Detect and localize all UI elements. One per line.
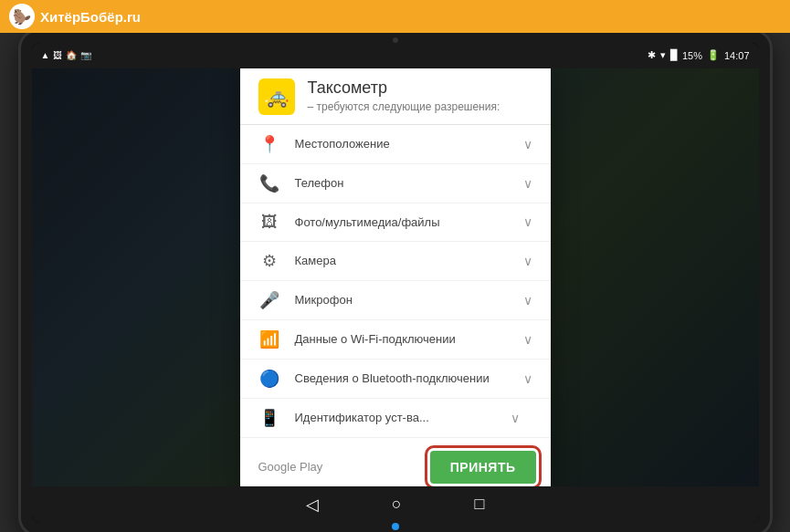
home-nav-button[interactable]: ○ xyxy=(392,495,402,514)
device-icon: 📱 xyxy=(258,408,280,428)
site-name: ХитёрБобёр.ru xyxy=(40,9,141,25)
battery-icon: 🔋 xyxy=(707,49,720,61)
phone-icon: 📞 xyxy=(258,173,280,193)
permission-label-6: Сведения о Bluetooth-подключении xyxy=(295,371,509,385)
chevron-icon-0: ∨ xyxy=(523,137,532,151)
app-icon: 🚕 xyxy=(258,78,295,115)
permission-location[interactable]: 📍 Местоположение ∨ xyxy=(240,125,551,164)
google-play-label: Google Play xyxy=(258,460,323,474)
status-icons-right: ✱ ▾ ▉ 15% 🔋 14:07 xyxy=(648,49,750,61)
back-nav-button[interactable]: ◁ xyxy=(306,495,319,515)
permission-label-7: Идентификатор уст-ва... xyxy=(295,411,496,424)
chevron-icon-2: ∨ xyxy=(523,214,532,229)
permission-camera[interactable]: ⚙ Камера ∨ xyxy=(240,242,551,281)
camera-icon-status: 📷 xyxy=(80,50,91,60)
chevron-icon-1: ∨ xyxy=(523,176,532,191)
permission-label-5: Данные о Wi-Fi-подключении xyxy=(295,332,509,346)
permission-label-3: Камера xyxy=(295,254,509,267)
dialog-header: 🚕 Таксометр – требуются следующие разреш… xyxy=(240,68,551,124)
chevron-icon-3: ∨ xyxy=(523,254,532,268)
dialog-subtitle: – требуются следующие разрешения: xyxy=(308,100,500,113)
chevron-icon-6: ∨ xyxy=(523,371,532,386)
permission-label-4: Микрофон xyxy=(295,293,509,307)
status-bar: ▲ 🖼 🏠 📷 ✱ ▾ ▉ 15% 🔋 14:07 xyxy=(32,43,759,68)
site-logo: 🦫 ХитёрБобёр.ru xyxy=(9,4,141,29)
image-icon: 🖼 xyxy=(53,50,62,60)
wifi-perm-icon: 📶 xyxy=(258,329,280,349)
accept-button[interactable]: ПРИНЯТЬ xyxy=(430,451,536,484)
permissions-list: 📍 Местоположение ∨ 📞 Телефон ∨ 🖼 Фото/му… xyxy=(240,124,551,442)
permission-wifi[interactable]: 📶 Данные о Wi-Fi-подключении ∨ xyxy=(240,320,551,360)
time-display: 14:07 xyxy=(724,50,750,61)
recent-nav-button[interactable]: □ xyxy=(475,495,485,514)
bluetooth-perm-icon: 🔵 xyxy=(258,369,280,389)
site-header: 🦫 ХитёрБобёр.ru xyxy=(0,0,790,33)
tablet-screen: ▲ 🖼 🏠 📷 ✱ ▾ ▉ 15% 🔋 14:07 ← 🔍 xyxy=(32,43,759,523)
logo-icon: 🦫 xyxy=(9,4,35,29)
permission-mic[interactable]: 🎤 Микрофон ∨ xyxy=(240,281,551,320)
wifi-icon: ▾ xyxy=(660,49,666,61)
permission-device-id[interactable]: 📱 Идентификатор уст-ва... ∨ xyxy=(240,399,551,438)
permission-media[interactable]: 🖼 Фото/мультимедиа/файлы ∨ xyxy=(240,203,551,242)
dialog-app-name: Таксометр xyxy=(308,78,500,99)
chevron-icon-4: ∨ xyxy=(523,293,532,308)
notification-icon: ▲ xyxy=(41,50,50,60)
home-icon-status: 🏠 xyxy=(66,50,77,60)
media-icon: 🖼 xyxy=(258,213,280,232)
permission-phone[interactable]: 📞 Телефон ∨ xyxy=(240,164,551,203)
mic-icon: 🎤 xyxy=(258,290,280,310)
dialog-footer: Google Play ПРИНЯТЬ xyxy=(240,442,551,486)
permissions-dialog: 🚕 Таксометр – требуются следующие разреш… xyxy=(240,68,551,486)
tablet-bottom-led xyxy=(392,523,399,530)
bluetooth-icon: ✱ xyxy=(648,49,656,61)
dialog-title-area: Таксометр – требуются следующие разрешен… xyxy=(308,78,500,114)
location-icon: 📍 xyxy=(258,134,280,154)
permission-bluetooth[interactable]: 🔵 Сведения о Bluetooth-подключении ∨ xyxy=(240,360,551,399)
camera-dot xyxy=(393,37,398,43)
dialog-overlay: 🚕 Таксометр – требуются следующие разреш… xyxy=(32,68,759,486)
camera-icon: ⚙ xyxy=(258,251,280,271)
chevron-icon-5: ∨ xyxy=(523,332,532,347)
permission-label-1: Телефон xyxy=(295,176,509,190)
signal-icon: ▉ xyxy=(670,49,678,61)
chevron-icon-7: ∨ xyxy=(511,411,520,425)
permission-label-2: Фото/мультимедиа/файлы xyxy=(295,215,509,229)
status-icons-left: ▲ 🖼 🏠 📷 xyxy=(41,50,92,60)
battery-percent: 15% xyxy=(682,50,702,61)
nav-bar: ◁ ○ □ xyxy=(32,486,759,523)
app-area: ← 🔍 🚕 УСТАНОВИТЬ 🚕 xyxy=(32,68,759,486)
tablet: ▲ 🖼 🏠 📷 ✱ ▾ ▉ 15% 🔋 14:07 ← 🔍 xyxy=(21,32,770,533)
permission-label-0: Местоположение xyxy=(295,137,509,151)
